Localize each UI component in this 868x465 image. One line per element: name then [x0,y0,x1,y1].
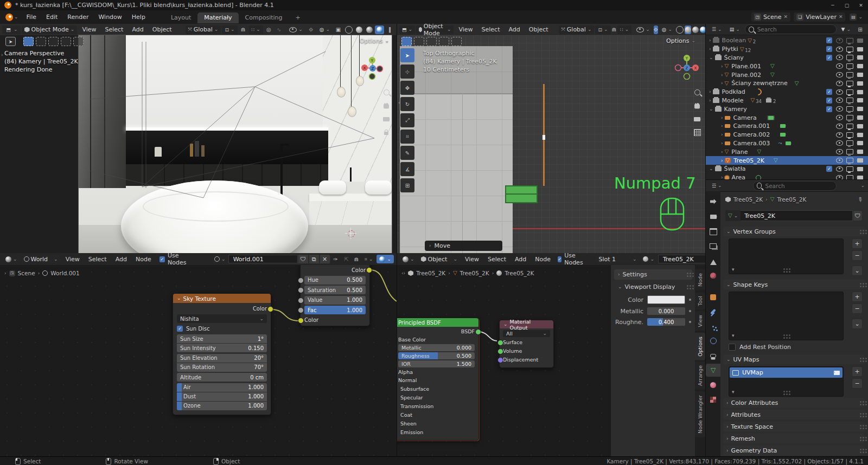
remove-uv-map-button[interactable]: − [852,378,863,389]
disable-viewport-icon[interactable] [846,38,853,43]
shading-rendered-button[interactable] [375,25,384,34]
list-resize-dots[interactable] [783,391,785,392]
lock-view-icon[interactable] [381,127,391,137]
menu-add[interactable]: Add [511,256,530,263]
disable-viewport-icon[interactable] [846,81,853,86]
sun-disc-row[interactable]: ✓ Sun Disc [177,325,267,333]
outliner-row-plytki[interactable]: › Płytki▽12 ✓ [706,45,868,54]
search-input[interactable] [756,25,833,33]
tab-output[interactable] [706,225,720,238]
shape-key-specials-button[interactable]: ⌄ [852,319,863,329]
disable-viewport-icon[interactable] [846,115,853,120]
bsdf-node-header[interactable]: Principled BSDF [397,318,478,327]
breadcrumb-material[interactable]: Tree05_2K [505,270,534,276]
viewport-camera[interactable]: ⬒⌄ Object Mode⌄ View Select Add Object ⤧… [0,24,397,253]
workspace-settings-button[interactable]: ▤ ⌄ [850,14,863,21]
shader-editor-world[interactable]: ⌄ World⌄ View Select Add Node ✓ Use Node… [0,253,397,456]
outliner-row-camera002[interactable]: › Camera.002 [706,131,868,139]
sun-intensity-slider[interactable]: Sun Intensity0.150 [177,344,267,352]
unlink-view-layer-icon[interactable]: ✕ [839,15,843,20]
properties-search[interactable] [753,181,837,191]
texture-space-panel[interactable]: › Texture Space [723,422,865,431]
disable-render-icon[interactable] [857,124,863,128]
hide-eye-icon[interactable] [836,132,843,138]
fake-user-shield-button[interactable]: 🛡 [298,254,309,264]
animate-dot[interactable] [689,321,691,323]
tool-rotate[interactable]: ↻ [400,97,414,111]
menu-add[interactable]: Add [112,256,131,263]
new-datablock-button[interactable]: ⧉ [309,254,320,264]
outliner-row-camera[interactable]: › Camera [706,113,868,122]
saturation-input-socket[interactable] [298,287,304,293]
color-output-socket[interactable] [366,267,372,273]
select-subtract-mode-button[interactable] [426,37,437,46]
editor-type-button[interactable]: ⌄ [3,255,20,263]
hide-eye-icon[interactable] [836,149,843,154]
sky-texture-node[interactable]: ⌄ Sky Texture Color Nishita⌄ ✓ Sun Disc … [173,293,271,415]
disable-viewport-icon[interactable] [846,132,853,138]
disable-render-icon[interactable] [857,90,863,94]
editor-type-button[interactable]: ⬒⌄ [399,25,415,34]
pivot-point-dropdown[interactable]: ⊡⌄ [595,25,610,34]
disable-viewport-icon[interactable] [846,63,853,69]
disable-viewport-icon[interactable] [846,124,853,129]
air-slider[interactable]: Air1.000 [177,383,267,392]
outliner-row-plane001[interactable]: ›▽ Plane.001▽ [706,62,868,70]
tab-material[interactable] [706,378,720,391]
hide-eye-icon[interactable] [836,89,843,95]
fac-input-socket[interactable] [298,307,304,313]
tool-select-box[interactable]: ➤ [400,48,414,62]
roughness-slider[interactable]: Roughness0.500 [398,352,475,359]
value-slider[interactable]: Value1.000 [304,296,366,305]
alpha-socket[interactable] [397,370,398,376]
shading-wireframe-button[interactable] [676,25,684,34]
options-dropdown[interactable]: Options⌄ [360,37,389,44]
disable-viewport-icon[interactable] [846,140,853,146]
region-toggle-arrow[interactable]: ‹ [398,100,400,105]
properties-editor-type-button[interactable]: ☲⌄ [709,182,725,190]
principled-bsdf-node[interactable]: Principled BSDF BSDF Base Color Metallic… [397,318,479,441]
browse-material-button[interactable]: ⌄ [640,255,657,263]
viewport-color-swatch[interactable] [647,295,685,304]
visibility-dropdown[interactable]: ⌄ [286,25,305,34]
menu-object[interactable]: Object [149,26,176,33]
tool-annotate[interactable]: ✎ [400,146,414,160]
zoom-icon[interactable] [692,87,702,97]
snap-magnet-button[interactable]: ⋒ [239,25,248,34]
outliner-row-area[interactable]: › Area [706,173,868,179]
exclude-checkbox[interactable]: ✓ [826,55,832,61]
outliner-row-modele[interactable]: › Modele▽342 ✓ [706,96,868,105]
sun-elevation-slider[interactable]: Sun Elevation20° [177,354,267,363]
overlays-dropdown[interactable]: ◍⌄ [317,25,333,34]
disable-render-icon[interactable] [857,133,863,137]
color-attributes-panel[interactable]: › Color Attributes [723,398,865,408]
section-subsurface[interactable]: Subsurface [398,385,475,392]
transform-orientation-dropdown[interactable]: ⤧Global⌄ [559,25,595,34]
exclude-checkbox[interactable]: ✓ [826,89,832,95]
attributes-panel[interactable]: › Attributes [723,410,865,419]
displacement-input-socket[interactable] [497,357,503,363]
animate-dot[interactable] [689,299,691,301]
tab-options[interactable]: Options [695,333,705,360]
panel-drag-dots[interactable] [860,437,861,438]
menu-window[interactable]: Window [93,14,126,21]
hide-eye-icon[interactable] [836,158,843,163]
disable-render-icon[interactable] [857,176,863,179]
navigation-gizmo[interactable]: Y X Z [674,54,700,80]
navigation-gizmo[interactable]: X Y Z [359,55,385,81]
scene-selector[interactable]: ◳ Scene ✕ [751,12,790,22]
viewport-display-panel-header[interactable]: ⌄ Viewport Display [614,282,692,292]
world-name-field[interactable]: World.001 [228,255,298,263]
outliner-row-camera003[interactable]: › Camera.003⤳ [706,139,868,148]
viewport-camera-canvas[interactable]: ➤ › Camera Perspective (84) Kamery | Tre… [0,35,397,253]
menu-add[interactable]: Add [128,26,147,33]
hide-eye-icon[interactable] [836,106,843,112]
hide-eye-icon[interactable] [836,98,843,103]
hue-slider[interactable]: Hue0.500 [304,276,366,285]
geometry-data-panel[interactable]: › Geometry Data [723,445,865,455]
section-transmission[interactable]: Transmission [398,403,475,410]
mode-dropdown[interactable]: Object Mode⌄ [22,25,78,34]
exclude-checkbox[interactable]: ✓ [826,46,832,52]
uv-maps-panel-header[interactable]: ⌄ UV Maps [723,354,865,364]
output-target-dropdown[interactable]: All⌄ [503,330,550,337]
